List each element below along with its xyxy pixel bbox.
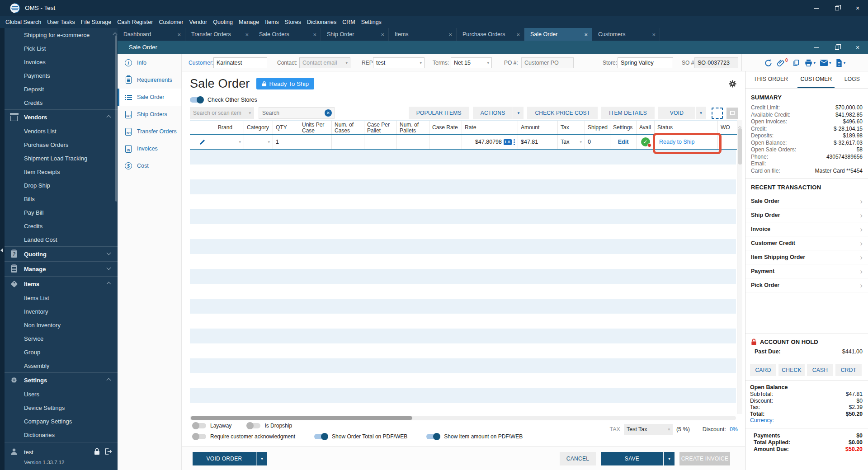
recent-invoice[interactable]: Invoice› [745, 222, 868, 236]
sidebar-item-bills[interactable]: Bills [5, 192, 118, 206]
sidebar-item-payments[interactable]: Payments [5, 69, 118, 82]
export-document-icon[interactable]: ▾ [835, 59, 846, 67]
menu-global-search[interactable]: Global Search [5, 19, 41, 25]
tab-items[interactable]: Items× [389, 28, 457, 41]
grid-settings-icon[interactable] [726, 108, 738, 119]
sidebar-item-non-inventory[interactable]: Non Inventory [5, 318, 118, 332]
category-cell[interactable]: ▾ [244, 135, 273, 149]
table-horizontal-scrollbar[interactable] [190, 416, 736, 420]
check-other-stores-toggle[interactable] [190, 97, 203, 103]
item-search-select[interactable]: Search or scan item ▾ [190, 107, 254, 119]
sidebar-item-company-settings[interactable]: Company Settings [5, 414, 118, 428]
attachment-icon[interactable]: 0 [777, 59, 788, 67]
menu-file-storage[interactable]: File Storage [81, 19, 111, 25]
gear-icon[interactable] [728, 80, 737, 88]
minimize-button[interactable] [806, 0, 826, 16]
menu-manage[interactable]: Manage [239, 19, 259, 25]
sidebar-item-invoices[interactable]: Invoices [5, 55, 118, 69]
tab-transfer-orders[interactable]: Transfer Orders× [185, 28, 253, 41]
sidebar-item-group[interactable]: Group [5, 345, 118, 359]
nav-info[interactable]: iInfo [118, 54, 181, 71]
tab-purchase-orders[interactable]: Purchase Orders× [457, 28, 524, 41]
save-dropdown-button[interactable]: ▾ [664, 452, 675, 465]
scrollbar-thumb[interactable] [191, 416, 412, 420]
close-tab-icon[interactable]: × [245, 31, 249, 38]
nav-ship-orders[interactable]: SHShip Orders [118, 106, 181, 123]
sidebar-item-drop-ship[interactable]: Drop Ship [5, 179, 118, 192]
show-item-amount-toggle[interactable] [426, 434, 440, 439]
logout-icon[interactable] [104, 448, 112, 455]
brand-cell[interactable]: ▾ [215, 135, 244, 149]
case-per-pallet-cell[interactable] [364, 135, 397, 149]
recent-ship-order[interactable]: Ship Order› [745, 208, 868, 222]
recent-sale-order[interactable]: Sale Order› [745, 194, 868, 208]
credit-button[interactable]: CRDT [835, 364, 862, 376]
sidebar-item-inventory[interactable]: Inventory [5, 305, 118, 318]
sidebar-item-deposit[interactable]: Deposit [5, 82, 118, 96]
restore-button[interactable] [826, 0, 847, 16]
so-number-input[interactable] [694, 57, 738, 68]
tab-sale-order[interactable]: Sale Order× [524, 28, 592, 41]
sidebar-item-credits-vendor[interactable]: Credits [5, 219, 118, 233]
settings-cell[interactable]: Edit [610, 135, 637, 149]
sidebar-section-items[interactable]: Items [5, 276, 118, 291]
menu-dictionaries[interactable]: Dictionaries [307, 19, 336, 25]
copy-icon[interactable] [792, 59, 800, 67]
tab-dashboard[interactable]: Dashboard× [118, 28, 185, 41]
sidebar-item-users[interactable]: Users [5, 387, 118, 401]
sidebar-scrollbar[interactable] [115, 35, 117, 202]
more-options-icon[interactable] [514, 139, 515, 141]
item-details-button[interactable]: ITEM DETAILS [601, 107, 655, 119]
void-order-button[interactable]: VOID ORDER [193, 452, 256, 465]
po-input[interactable] [521, 57, 574, 68]
terms-select[interactable]: Net 15▾ [451, 57, 492, 68]
currency-link[interactable]: Currency: [750, 417, 774, 424]
window-close-button[interactable]: × [847, 41, 868, 54]
menu-customer[interactable]: Customer [159, 19, 183, 25]
create-invoice-button[interactable]: CREATE INVOICE [679, 452, 730, 465]
nav-transfer-orders[interactable]: TOTransfer Orders [118, 123, 181, 140]
sidebar-item-shipment-load-tracking[interactable]: Shipment Load Tracking [5, 151, 118, 165]
close-tab-icon[interactable]: × [516, 31, 520, 38]
rep-select[interactable]: test▾ [373, 57, 425, 68]
num-pallets-cell[interactable] [397, 135, 429, 149]
close-tab-icon[interactable]: × [652, 31, 656, 38]
sidebar-item-device-settings[interactable]: Device Settings [5, 401, 118, 414]
require-ack-toggle[interactable] [193, 434, 206, 439]
menu-quoting[interactable]: Quoting [213, 19, 233, 25]
nav-sale-order[interactable]: Sale Order [118, 89, 181, 106]
cash-button[interactable]: CASH [807, 364, 833, 376]
sidebar-item-credits[interactable]: Credits [5, 96, 118, 109]
sidebar-section-manage[interactable]: Manage [5, 261, 118, 276]
refresh-icon[interactable] [764, 59, 773, 67]
close-tab-icon[interactable]: × [177, 31, 181, 38]
print-icon[interactable]: ▾ [804, 59, 816, 67]
sidebar-item-item-receipts[interactable]: Item Receipts [5, 165, 118, 179]
check-button[interactable]: CHECK [778, 364, 805, 376]
sidebar-collapse-arrow-icon[interactable] [0, 248, 3, 253]
chevron-down-icon[interactable]: ▾ [844, 61, 846, 65]
menu-user-tasks[interactable]: User Tasks [47, 19, 75, 25]
recent-pick-order[interactable]: Pick Order› [745, 278, 868, 292]
close-tab-icon[interactable]: × [584, 31, 588, 38]
sidebar-item-shipping-ecommerce[interactable]: Shipping for e-commerce [5, 28, 118, 42]
void-order-dropdown-button[interactable]: ▾ [256, 452, 267, 465]
tab-customers[interactable]: Customers× [592, 28, 660, 41]
actions-button[interactable]: ACTIONS [473, 107, 513, 119]
tab-logs[interactable]: LOGS [842, 71, 863, 88]
menu-vendor[interactable]: Vendor [189, 19, 208, 25]
status-cell[interactable]: Ready to Ship [655, 135, 718, 149]
tax-cell[interactable]: Tax▾ [558, 135, 585, 149]
chevron-down-icon[interactable]: ▾ [829, 61, 831, 65]
tab-ship-order[interactable]: Ship Order× [321, 28, 389, 41]
discount-value[interactable]: 0% [730, 426, 738, 432]
edit-pencil-icon[interactable] [190, 135, 215, 149]
show-order-total-toggle[interactable] [314, 434, 328, 439]
customer-input[interactable] [213, 57, 267, 68]
menu-crm[interactable]: CRM [342, 19, 355, 25]
layaway-toggle[interactable] [193, 423, 206, 428]
window-minimize-button[interactable] [806, 41, 826, 54]
sidebar-item-assembly[interactable]: Assembly [5, 359, 118, 372]
chevron-down-icon[interactable]: ▾ [814, 61, 816, 65]
window-restore-button[interactable] [826, 41, 847, 54]
